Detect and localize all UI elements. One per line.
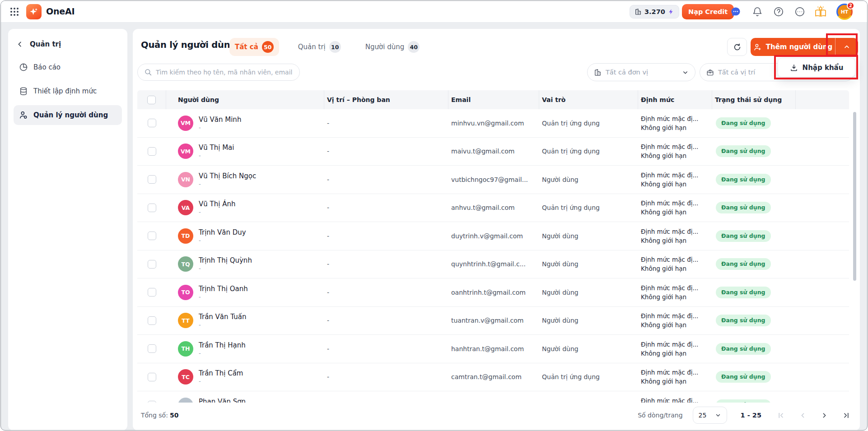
previous-page-button[interactable] (797, 409, 808, 421)
user-name[interactable]: Trịnh Thị Quỳnh (199, 256, 252, 264)
sidebar-item-thiet-lap-dinh-muc[interactable]: Thiết lập định mức (14, 81, 122, 101)
row-checkbox[interactable] (148, 204, 156, 212)
row-checkbox[interactable] (148, 232, 156, 240)
next-page-button[interactable] (818, 409, 830, 421)
user-avatar: TO (178, 285, 193, 300)
main-panel: Quản lý người dùng Tất cả 50 Quản trị 10… (133, 29, 860, 431)
top-up-credit-button[interactable]: Nạp Credit (682, 4, 734, 19)
briefcase-icon (706, 69, 714, 76)
credit-balance[interactable]: 3.270 (630, 5, 679, 19)
user-name[interactable]: Trịnh Văn Duy (199, 228, 246, 236)
add-user-button[interactable]: Thêm người dùng (751, 38, 835, 56)
notifications-bell-icon[interactable] (752, 6, 763, 17)
cell-department: - (324, 204, 448, 211)
chat-icon[interactable] (730, 6, 741, 17)
user-name[interactable]: Trần Thị Cẩm (199, 369, 243, 377)
cell-role: Người dùng (539, 345, 638, 352)
cell-email: anhvu.t@gmail.com (448, 204, 539, 211)
cell-role: Quản trị ứng dụng (539, 373, 638, 380)
cell-quota: Định mức mặc đị... Không giới hạn (638, 311, 712, 330)
cell-quota: Định mức mặc đị... Không giới hạn (638, 142, 712, 161)
building-icon (635, 8, 642, 15)
sidebar-item-label: Báo cáo (33, 63, 61, 71)
user-subtitle: - (199, 350, 246, 357)
row-checkbox[interactable] (148, 260, 156, 269)
user-avatar: TT (178, 313, 193, 328)
quota-line-1: Định mức mặc đị... (641, 311, 712, 320)
quota-line-1: Định mức mặc đị... (641, 255, 712, 264)
sidebar-item-quan-ly-nguoi-dung[interactable]: Quản lý người dùng (14, 105, 122, 125)
first-page-button[interactable] (775, 409, 787, 421)
user-name[interactable]: Trần Thị Hạnh (199, 341, 246, 349)
tab-count-badge: 50 (262, 41, 274, 53)
quota-line-1: Định mức mặc đị... (641, 227, 712, 236)
quota-line-1: Định mức mặc đị... (641, 142, 712, 151)
vertical-scrollbar-thumb[interactable] (853, 112, 856, 281)
more-options-icon[interactable] (794, 6, 805, 17)
user-plus-icon (753, 43, 762, 51)
table-row: TD Trịnh Văn Duy - - duytrinh.v@gmail.co… (137, 222, 849, 250)
topbar: OneAI 3.270 Nạp Credit (1, 1, 867, 23)
table-header: Người dùng Vị trí – Phòng ban Email Vai … (137, 90, 849, 109)
rows-per-page-select[interactable]: 25 (693, 407, 727, 424)
row-checkbox[interactable] (148, 316, 156, 325)
row-checkbox[interactable] (148, 175, 156, 184)
cell-quota: Định mức mặc đị... Không giới hạn (638, 340, 712, 358)
cell-department: - (324, 317, 448, 324)
row-checkbox[interactable] (148, 344, 156, 353)
cell-role: Người dùng (539, 260, 638, 268)
row-checkbox[interactable] (148, 119, 156, 127)
tab-quan-tri[interactable]: Quản trị 10 (293, 38, 346, 56)
user-name[interactable]: Vũ Thị Mai (199, 144, 234, 152)
cell-email: tuantran.v@gmail.com (448, 317, 539, 324)
help-icon[interactable] (773, 6, 784, 17)
user-name[interactable]: Trần Văn Tuấn (199, 313, 246, 321)
whats-new-icon[interactable] (814, 6, 827, 18)
user-name[interactable]: Vũ Văn Minh (199, 116, 241, 124)
search-input[interactable] (156, 69, 293, 76)
user-subtitle: - (199, 237, 246, 244)
sidebar-back[interactable]: Quản trị (8, 35, 127, 53)
add-user-dropdown-toggle[interactable] (835, 38, 858, 56)
users-icon (19, 111, 28, 120)
user-avatar: TD (178, 228, 193, 244)
oneai-logo-icon[interactable] (26, 4, 42, 19)
row-checkbox[interactable] (148, 373, 156, 381)
row-checkbox[interactable] (148, 147, 156, 156)
pie-chart-icon (19, 63, 28, 72)
total-label: Tổng số: (141, 412, 168, 419)
tab-count-badge: 40 (408, 41, 420, 53)
sidebar-back-label: Quản trị (30, 40, 61, 48)
quota-line-2: Không giới hạn (641, 320, 712, 329)
tab-tat-ca[interactable]: Tất cả 50 (229, 38, 279, 56)
user-name[interactable]: Trịnh Thị Oanh (199, 285, 248, 293)
cell-role: Quản trị ứng dụng (539, 204, 638, 211)
user-name[interactable]: Phan Văn Sơn (199, 398, 246, 403)
last-page-button[interactable] (840, 409, 852, 421)
user-subtitle: - (199, 152, 234, 159)
user-name[interactable]: Vũ Thị Ánh (199, 200, 235, 208)
cell-quota: Định mức mặc đị... Không giới hạn (638, 396, 712, 403)
rows-per-page-label: Số dòng/trang (638, 412, 682, 419)
user-subtitle: - (199, 265, 252, 272)
user-subtitle: - (199, 181, 256, 187)
select-all-checkbox[interactable] (147, 96, 156, 104)
column-header-actions (796, 90, 849, 109)
table-row: TC Trần Thị Cẩm - - camtran.t@gmail.com … (137, 363, 849, 392)
cell-role: Quản trị ứng dụng (539, 148, 638, 155)
app-grid-icon[interactable] (10, 7, 19, 16)
user-avatar[interactable]: HT 2 (836, 4, 853, 20)
chevron-up-icon (843, 43, 850, 51)
table-row: TO Trịnh Thị Oanh - - oanhtrinh.t@gmail.… (137, 278, 849, 307)
status-badge: Đang sử dụng (716, 174, 771, 185)
unit-filter-select[interactable]: Tất cả đơn vị (587, 63, 695, 81)
status-badge: Đang sử dụng (716, 371, 771, 383)
database-icon (19, 87, 28, 96)
refresh-button[interactable] (727, 38, 747, 56)
sidebar-item-bao-cao[interactable]: Báo cáo (14, 57, 122, 77)
tab-nguoi-dung[interactable]: Người dùng 40 (360, 38, 425, 56)
import-menu-item[interactable]: Nhập khẩu (778, 58, 855, 77)
row-checkbox[interactable] (148, 288, 156, 297)
user-name[interactable]: Vũ Thị Bích Ngọc (199, 172, 256, 180)
user-avatar: PS (178, 398, 193, 403)
